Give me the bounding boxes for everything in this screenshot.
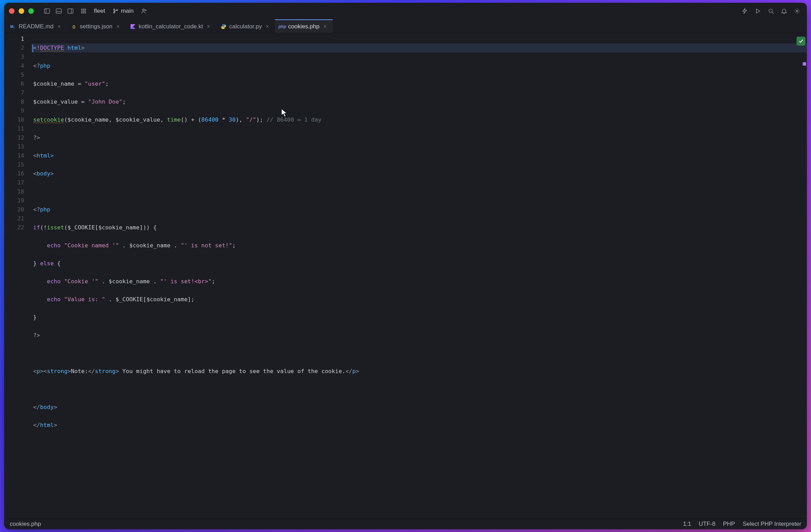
tab-label: settings.json (80, 23, 113, 30)
line-number-gutter: 1 2 3 4 5 6 7 8 9 10 11 12 13 14 15 16 1… (4, 33, 31, 518)
tab-label: README.md (19, 23, 54, 30)
editor[interactable]: 1 2 3 4 5 6 7 8 9 10 11 12 13 14 15 16 1… (4, 33, 807, 518)
line-number: 12 (4, 133, 31, 142)
line-number: 14 (4, 151, 31, 160)
line-number: 7 (4, 88, 31, 97)
svg-rect-2 (56, 9, 61, 13)
code-line[interactable]: setcookie($cookie_name, $cookie_value, t… (31, 115, 807, 124)
search-icon[interactable] (766, 6, 776, 16)
code-line[interactable]: $cookie_name = "user"; (31, 79, 807, 88)
tab-kotlin[interactable]: kotlin_calculator_code.kt × (126, 19, 216, 33)
code-line[interactable]: $cookie_value = "John Doe"; (31, 97, 807, 106)
window: fleet main M↓ READ (4, 3, 807, 529)
svg-point-24 (222, 25, 223, 25)
line-number: 17 (4, 178, 31, 187)
close-tab-icon[interactable]: × (56, 24, 62, 29)
svg-point-7 (83, 9, 84, 10)
minimize-window-button[interactable] (19, 8, 24, 14)
svg-point-21 (769, 9, 772, 12)
zoom-window-button[interactable] (28, 8, 34, 14)
run-icon[interactable] (753, 6, 763, 16)
svg-point-16 (114, 12, 115, 13)
code-line[interactable]: ?> (31, 331, 807, 340)
titlebar: fleet main (4, 3, 807, 19)
code-line[interactable] (31, 349, 807, 358)
notifications-icon[interactable] (779, 6, 789, 16)
json-file-icon: {} (71, 23, 77, 30)
python-file-icon (220, 23, 227, 30)
overview-ruler[interactable] (802, 33, 807, 518)
line-number: 9 (4, 106, 31, 115)
code-area[interactable]: <!DOCTYPE html> <?php $cookie_name = "us… (31, 33, 807, 518)
bolt-icon[interactable] (740, 6, 750, 16)
workspace-name[interactable]: fleet (92, 8, 107, 15)
close-tab-icon[interactable]: × (322, 24, 328, 29)
no-problems-icon[interactable] (796, 37, 805, 46)
kotlin-file-icon (130, 23, 136, 30)
svg-point-6 (82, 9, 83, 10)
code-line[interactable]: <p><strong>Note:</strong> You might have… (31, 367, 807, 376)
svg-rect-0 (45, 9, 50, 13)
svg-point-25 (224, 28, 224, 28)
code-line[interactable]: <?php (31, 61, 807, 70)
code-line[interactable] (31, 385, 807, 394)
panel-left-icon[interactable] (42, 6, 52, 16)
close-tab-icon[interactable]: × (115, 24, 121, 29)
status-interpreter[interactable]: Select PHP Interpreter (743, 521, 801, 528)
code-line[interactable]: <body> (31, 169, 807, 178)
markdown-file-icon: M↓ (10, 23, 16, 30)
panel-toggle-group (42, 6, 75, 16)
code-line[interactable]: </body> (31, 403, 807, 412)
svg-point-9 (82, 11, 83, 12)
line-number: 2 (4, 44, 31, 53)
status-encoding[interactable]: UTF-8 (699, 521, 715, 528)
code-line[interactable] (31, 187, 807, 196)
svg-point-13 (83, 12, 84, 13)
line-number: 10 (4, 115, 31, 124)
line-number: 19 (4, 196, 31, 205)
code-line[interactable]: echo "Value is: " . $_COOKIE[$cookie_nam… (31, 295, 807, 304)
tab-calculator-py[interactable]: calculator.py × (216, 19, 275, 33)
code-line[interactable]: <?php (31, 205, 807, 214)
svg-point-15 (114, 9, 115, 10)
add-user-icon[interactable] (139, 6, 149, 16)
panel-bottom-icon[interactable] (54, 6, 64, 16)
line-number: 8 (4, 97, 31, 106)
code-line[interactable]: <html> (31, 151, 807, 160)
overview-marker[interactable] (803, 62, 806, 66)
line-number: 6 (4, 79, 31, 88)
tab-cookies-php[interactable]: php cookies.php × (275, 19, 333, 33)
code-line[interactable]: echo "Cookie '" . $cookie_name . "' is s… (31, 277, 807, 286)
status-cursor-position[interactable]: 1:1 (683, 521, 691, 528)
close-tab-icon[interactable]: × (265, 24, 270, 29)
code-line[interactable]: } (31, 313, 807, 322)
php-file-icon: php (279, 23, 285, 30)
panel-right-icon[interactable] (66, 6, 75, 16)
code-line[interactable]: ?> (31, 133, 807, 142)
code-line[interactable]: if(!isset($_COOKIE[$cookie_name])) { (31, 223, 807, 232)
window-controls (9, 8, 34, 14)
branch-name: main (121, 8, 134, 15)
status-bar: cookies.php 1:1 UTF-8 PHP Select PHP Int… (4, 518, 807, 529)
branch-selector[interactable]: main (111, 8, 136, 15)
code-line[interactable]: } else { (31, 259, 807, 268)
svg-point-17 (116, 9, 117, 10)
tab-readme[interactable]: M↓ README.md × (6, 19, 67, 33)
close-window-button[interactable] (9, 8, 15, 14)
code-line[interactable]: echo "Cookie named '" . $cookie_name . "… (31, 241, 807, 250)
tab-bar: M↓ README.md × {} settings.json × kotlin… (4, 19, 807, 33)
status-file-name[interactable]: cookies.php (10, 521, 41, 528)
svg-point-23 (796, 10, 798, 12)
tab-settings-json[interactable]: {} settings.json × (67, 19, 126, 33)
svg-rect-4 (68, 9, 73, 13)
line-number: 18 (4, 187, 31, 196)
close-tab-icon[interactable]: × (206, 24, 211, 29)
line-number: 20 (4, 205, 31, 214)
line-number: 15 (4, 160, 31, 169)
apps-grid-icon[interactable] (79, 6, 88, 16)
settings-icon[interactable] (792, 6, 802, 16)
svg-point-11 (85, 11, 86, 12)
code-line[interactable]: </html> (31, 421, 807, 430)
code-line[interactable]: <!DOCTYPE html> (31, 44, 807, 53)
status-language[interactable]: PHP (723, 521, 735, 528)
